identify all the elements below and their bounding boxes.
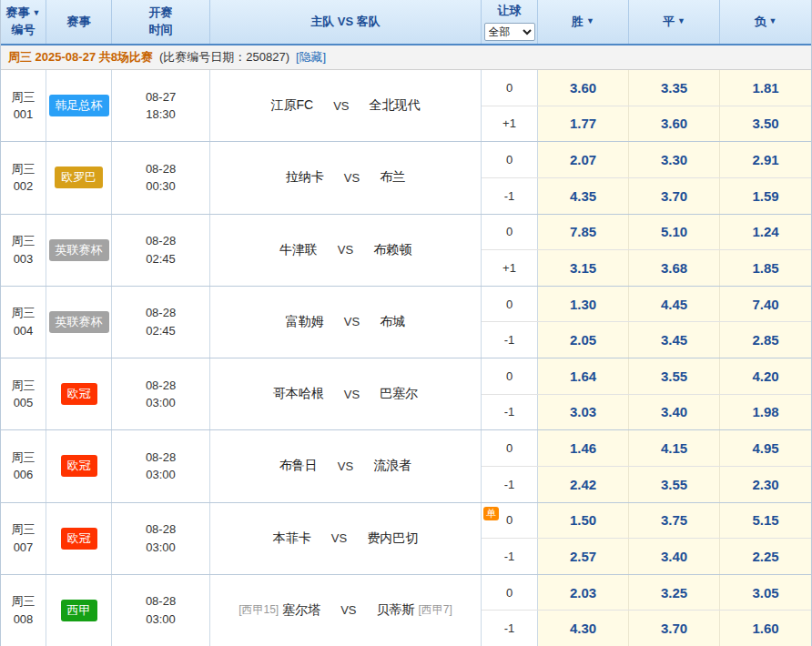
header-draw[interactable]: 平 ▼: [629, 0, 720, 44]
odds-lose-cell[interactable]: 3.05: [720, 575, 811, 611]
league-badge[interactable]: 西甲: [61, 600, 97, 621]
match-number-cell: 周三 008: [1, 575, 46, 646]
odds-win-cell[interactable]: 2.05: [538, 322, 629, 358]
odds-row: -1 3.03 3.40 1.98: [482, 395, 811, 430]
odds-win-cell[interactable]: 2.07: [538, 142, 629, 177]
odds-draw-cell[interactable]: 3.40: [629, 539, 720, 574]
odds-draw: 3.30: [661, 152, 687, 167]
odds-draw-cell[interactable]: 3.68: [629, 250, 720, 286]
odds-win-cell[interactable]: 3.15: [538, 250, 629, 286]
odds-draw-cell[interactable]: 3.40: [629, 395, 720, 430]
odds-win: 2.05: [570, 332, 596, 348]
odds-draw-cell[interactable]: 3.55: [629, 358, 720, 394]
odds-draw-cell[interactable]: 3.60: [629, 106, 720, 142]
odds-win-cell[interactable]: 2.42: [538, 467, 629, 502]
odds-lose-cell[interactable]: 2.85: [720, 322, 811, 358]
odds-lose: 3.50: [752, 116, 778, 131]
hide-link[interactable]: [隐藏]: [296, 49, 326, 66]
league-badge[interactable]: 英联赛杯: [49, 239, 109, 261]
odds-lose: 2.91: [752, 152, 778, 167]
odds-draw-cell[interactable]: 3.25: [629, 575, 720, 611]
odds-draw: 3.68: [661, 260, 687, 276]
odds-lose-cell[interactable]: 4.95: [720, 430, 811, 466]
odds-win-cell[interactable]: 3.60: [538, 70, 629, 106]
league-cell: 韩足总杯: [46, 70, 112, 141]
home-team: 江原FC: [270, 97, 313, 114]
odds-draw-cell[interactable]: 3.75: [629, 503, 720, 539]
league-badge[interactable]: 欧冠: [61, 383, 97, 405]
handicap-value: 0: [506, 513, 513, 527]
vs-label: VS: [338, 243, 353, 257]
handicap-cell: -1: [482, 178, 538, 214]
match-time: 03:00: [146, 539, 176, 557]
odds-win-cell[interactable]: 2.03: [538, 575, 629, 611]
match-number: 001: [14, 106, 34, 124]
odds-win-cell[interactable]: 3.03: [538, 395, 629, 430]
odds-win-cell[interactable]: 2.57: [538, 539, 629, 574]
odds-win-cell[interactable]: 1.50: [538, 503, 629, 539]
odds-draw: 5.10: [661, 224, 687, 239]
handicap-value: -1: [504, 621, 515, 635]
date-summary: 周三 2025-08-27 共8场比赛: [8, 49, 153, 66]
odds-win-cell[interactable]: 1.64: [538, 358, 629, 394]
odds-win: 1.46: [570, 440, 596, 456]
odds-win: 1.77: [570, 116, 596, 131]
odds-lose-cell[interactable]: 1.98: [720, 395, 811, 430]
odds-win-cell[interactable]: 1.77: [538, 106, 629, 142]
odds-win-cell[interactable]: 7.85: [538, 215, 629, 250]
league-cell: 欧冠: [46, 503, 112, 574]
odds-lose-cell[interactable]: 2.91: [720, 142, 811, 177]
odds-draw-cell[interactable]: 3.55: [629, 467, 720, 502]
odds-lose: 4.20: [752, 368, 778, 384]
odds-lose-cell[interactable]: 1.60: [720, 611, 811, 646]
odds-lose-cell[interactable]: 4.20: [720, 358, 811, 394]
match-list: 周三 001 韩足总杯 08-27 18:30 江原FC VS 全北现代: [1, 70, 811, 646]
header-lose-label: 负: [755, 14, 766, 31]
teams-cell: 拉纳卡 VS 布兰: [210, 142, 482, 213]
odds-draw-cell[interactable]: 3.45: [629, 322, 720, 358]
league-badge[interactable]: 欧罗巴: [55, 167, 103, 188]
header-teams: 主队 VS 客队: [210, 0, 482, 44]
odds-lose-cell[interactable]: 1.59: [720, 178, 811, 214]
odds-row: 0 7.85 5.10 1.24: [482, 215, 811, 251]
odds-draw: 3.75: [661, 512, 687, 528]
odds-draw-cell[interactable]: 4.45: [629, 287, 720, 322]
league-badge[interactable]: 欧冠: [61, 528, 97, 550]
match-row: 周三 004 英联赛杯 08-28 02:45 富勒姆 VS 布城: [1, 287, 811, 358]
odds-row: 0 2.03 3.25 3.05: [482, 575, 811, 611]
odds-draw: 3.70: [661, 621, 687, 636]
odds-lose-cell[interactable]: 2.30: [720, 467, 811, 502]
league-badge[interactable]: 欧冠: [61, 455, 97, 477]
odds-win-cell[interactable]: 4.35: [538, 178, 629, 214]
header-match-number[interactable]: 赛事 ▼ 编号: [1, 0, 46, 44]
league-badge[interactable]: 英联赛杯: [49, 311, 109, 333]
odds-draw-cell[interactable]: 3.70: [629, 611, 720, 646]
odds-lose-cell[interactable]: 1.24: [720, 215, 811, 250]
teams-cell: 哥本哈根 VS 巴塞尔: [210, 358, 482, 429]
odds-draw-cell[interactable]: 4.15: [629, 430, 720, 466]
odds-lose-cell[interactable]: 2.25: [720, 539, 811, 574]
odds-win-cell[interactable]: 1.46: [538, 430, 629, 466]
match-date: 08-28: [146, 232, 176, 250]
handicap-filter-select[interactable]: 全部: [484, 23, 535, 41]
odds-lose-cell[interactable]: 5.15: [720, 503, 811, 539]
teams-cell: 布鲁日 VS 流浪者: [210, 430, 482, 501]
odds-win-cell[interactable]: 1.30: [538, 287, 629, 322]
odds-draw-cell[interactable]: 5.10: [629, 215, 720, 250]
header-lose[interactable]: 负 ▼: [720, 0, 811, 44]
odds-lose-cell[interactable]: 7.40: [720, 287, 811, 322]
teams-cell: 本菲卡 VS 费内巴切: [210, 503, 482, 574]
filter-arrow-icon: ▼: [586, 15, 594, 27]
league-cell: 欧罗巴: [46, 142, 112, 213]
handicap-cell: -1: [482, 395, 538, 430]
odds-lose-cell[interactable]: 1.85: [720, 250, 811, 286]
odds-win-cell[interactable]: 4.30: [538, 611, 629, 646]
odds-lose-cell[interactable]: 1.81: [720, 70, 811, 106]
odds-draw-cell[interactable]: 3.30: [629, 142, 720, 177]
odds-draw-cell[interactable]: 3.35: [629, 70, 720, 106]
header-win[interactable]: 胜 ▼: [538, 0, 629, 44]
odds-lose-cell[interactable]: 3.50: [720, 106, 811, 142]
league-badge[interactable]: 韩足总杯: [49, 95, 109, 116]
odds-draw-cell[interactable]: 3.70: [629, 178, 720, 214]
odds-lose: 3.05: [752, 585, 778, 601]
